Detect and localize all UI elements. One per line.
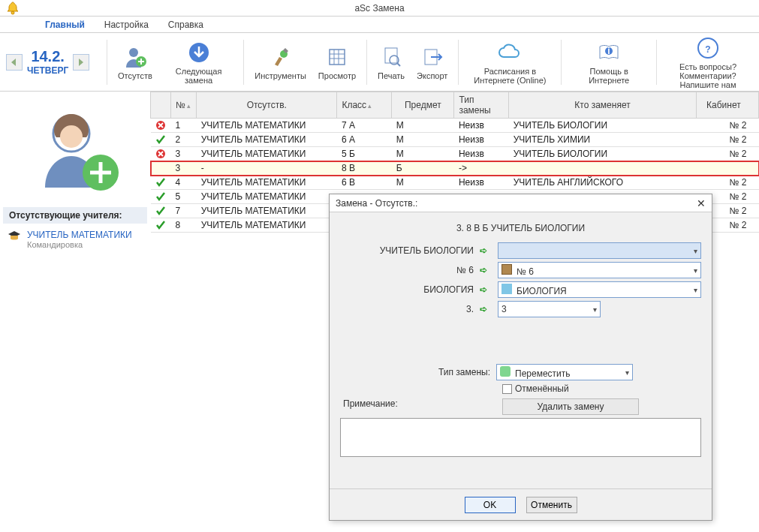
- absent-teacher-name: УЧИТЕЛЬ МАТЕМАТИКИ: [27, 230, 132, 240]
- chevron-down-icon: ▾: [625, 368, 629, 377]
- status-icon: [151, 176, 171, 190]
- date-block: 14.2. ЧЕТВЕРГ: [6, 48, 101, 76]
- substitution-dialog: Замена - Отсутств.: ✕ 3. 8 В Б УЧИТЕЛЬ Б…: [329, 194, 712, 521]
- tools-button[interactable]: Инструменты: [250, 43, 311, 82]
- sidebar-section-absent: Отсутствующие учителя:: [3, 207, 147, 224]
- menu-help[interactable]: Справка: [165, 18, 206, 32]
- online-button[interactable]: Расписания в Интернете (Online): [465, 38, 555, 86]
- arrow-down-circle-icon: [187, 40, 211, 65]
- prev-day-button[interactable]: [6, 54, 23, 71]
- status-icon: [151, 190, 171, 204]
- col-class[interactable]: Класс▴: [337, 92, 392, 119]
- menu-bar: Главный Настройка Справка: [0, 17, 759, 33]
- dialog-subtitle: 3. 8 В Б УЧИТЕЛЬ БИОЛОГИИ: [340, 223, 701, 233]
- col-type[interactable]: Тип замены: [454, 92, 509, 119]
- export-icon: [420, 44, 444, 70]
- svg-point-14: [60, 125, 83, 148]
- cancel-button[interactable]: Отменить: [526, 497, 577, 513]
- note-textarea[interactable]: [340, 418, 701, 457]
- export-button[interactable]: Экспорт: [412, 43, 452, 82]
- print-button[interactable]: Печать: [373, 43, 409, 82]
- tools-icon: [269, 44, 293, 70]
- move-icon: [500, 366, 511, 377]
- arrow-right-icon: ➪: [480, 245, 492, 256]
- col-room[interactable]: Кабинет: [696, 92, 758, 119]
- note-label: Примечание:: [340, 398, 490, 409]
- svg-rect-5: [330, 50, 345, 65]
- next-day-button[interactable]: [73, 54, 89, 71]
- cancelled-checkbox[interactable]: [502, 384, 512, 394]
- col-replacer[interactable]: Кто заменяет: [509, 92, 697, 119]
- ok-button[interactable]: OK: [465, 497, 516, 513]
- arrow-right-icon: ➪: [480, 265, 492, 275]
- col-num[interactable]: №▴: [171, 92, 197, 119]
- room-select[interactable]: № 6 ▾: [498, 262, 701, 278]
- room-label: № 6: [340, 265, 474, 275]
- subject-select[interactable]: БИОЛОГИЯ ▾: [498, 281, 701, 298]
- table-row[interactable]: 3УЧИТЕЛЬ МАТЕМАТИКИ5 БМНеизвУЧИТЕЛЬ БИОЛ…: [151, 147, 759, 161]
- bell-icon: [5, 2, 21, 15]
- cancelled-label: Отменённый: [515, 383, 569, 394]
- book-info-icon: i: [597, 40, 621, 65]
- status-icon: [151, 204, 171, 218]
- ribbon: 14.2. ЧЕТВЕРГ Отсутств Следующая замена …: [0, 33, 759, 92]
- teacher-select[interactable]: ▾: [498, 242, 701, 259]
- view-button[interactable]: Просмотр: [314, 43, 360, 82]
- teacher-label: УЧИТЕЛЬ БИОЛОГИИ: [340, 245, 474, 256]
- absent-teacher-entry[interactable]: УЧИТЕЛЬ МАТЕМАТИКИ Командировка: [3, 228, 147, 251]
- next-sub-button[interactable]: Следующая замена: [160, 38, 238, 86]
- status-icon: [151, 218, 171, 233]
- absent-teacher-reason: Командировка: [27, 240, 132, 249]
- delete-button[interactable]: Удалить замену: [502, 398, 639, 415]
- status-icon: [151, 119, 171, 133]
- table-row[interactable]: 4УЧИТЕЛЬ МАТЕМАТИКИ6 ВМНеизвУЧИТЕЛЬ АНГЛ…: [151, 176, 759, 190]
- subject-label: БИОЛОГИЯ: [340, 284, 474, 295]
- status-icon: [151, 133, 171, 147]
- graduation-cap-icon: [8, 230, 21, 243]
- question-circle-icon: ?: [696, 35, 720, 61]
- svg-point-1: [129, 48, 138, 57]
- subject-color-icon: [501, 284, 512, 294]
- questions-button[interactable]: ? Есть вопросы? Комментарии? Напишите на…: [663, 34, 753, 91]
- dialog-title: Замена - Отсутств.:: [336, 198, 417, 209]
- col-subject[interactable]: Предмет: [392, 92, 454, 119]
- chevron-down-icon: ▾: [593, 305, 597, 314]
- current-date[interactable]: 14.2. ЧЕТВЕРГ: [27, 48, 68, 76]
- menu-main[interactable]: Главный: [42, 18, 88, 32]
- chevron-down-icon: ▾: [694, 247, 697, 255]
- person-plus-icon: [123, 44, 147, 70]
- type-select[interactable]: Переместить ▾: [496, 364, 633, 380]
- app-title: aSc Замена: [354, 3, 404, 14]
- print-icon: [379, 44, 403, 70]
- table-row[interactable]: 1УЧИТЕЛЬ МАТЕМАТИКИ7 АМНеизвУЧИТЕЛЬ БИОЛ…: [151, 119, 759, 133]
- status-icon: [151, 147, 171, 161]
- table-row[interactable]: 2УЧИТЕЛЬ МАТЕМАТИКИ6 АМНеизвУЧИТЕЛЬ ХИМИ…: [151, 133, 759, 147]
- svg-point-0: [11, 11, 14, 14]
- cloud-icon: [496, 40, 523, 65]
- absence-button[interactable]: Отсутств: [113, 43, 157, 82]
- svg-text:?: ?: [705, 44, 710, 55]
- sidebar: Отсутствующие учителя: УЧИТЕЛЬ МАТЕМАТИК…: [0, 92, 150, 532]
- period-label: 3.: [340, 304, 474, 314]
- chevron-down-icon: ▾: [694, 266, 697, 275]
- arrow-right-icon: ➪: [480, 304, 492, 314]
- dialog-title-bar: Замена - Отсутств.: ✕: [330, 194, 712, 212]
- title-bar: aSc Замена: [0, 0, 759, 17]
- grid-icon: [325, 44, 349, 70]
- help-net-button[interactable]: i Помощь в Интернете: [568, 38, 650, 86]
- svg-text:i: i: [608, 46, 610, 56]
- status-icon: [151, 161, 171, 176]
- table-row[interactable]: 3-8 ВБ->: [151, 161, 759, 176]
- type-label: Тип замены:: [340, 367, 490, 377]
- menu-settings[interactable]: Настройка: [101, 18, 152, 32]
- arrow-right-icon: ➪: [480, 284, 492, 295]
- col-absent[interactable]: Отсутств.: [197, 92, 337, 119]
- period-select[interactable]: 3 ▾: [498, 301, 601, 317]
- close-icon[interactable]: ✕: [697, 197, 706, 209]
- add-absence-avatar[interactable]: [3, 98, 147, 207]
- avatar-icon: [30, 105, 120, 195]
- chevron-down-icon: ▾: [694, 286, 697, 294]
- door-icon: [501, 264, 512, 275]
